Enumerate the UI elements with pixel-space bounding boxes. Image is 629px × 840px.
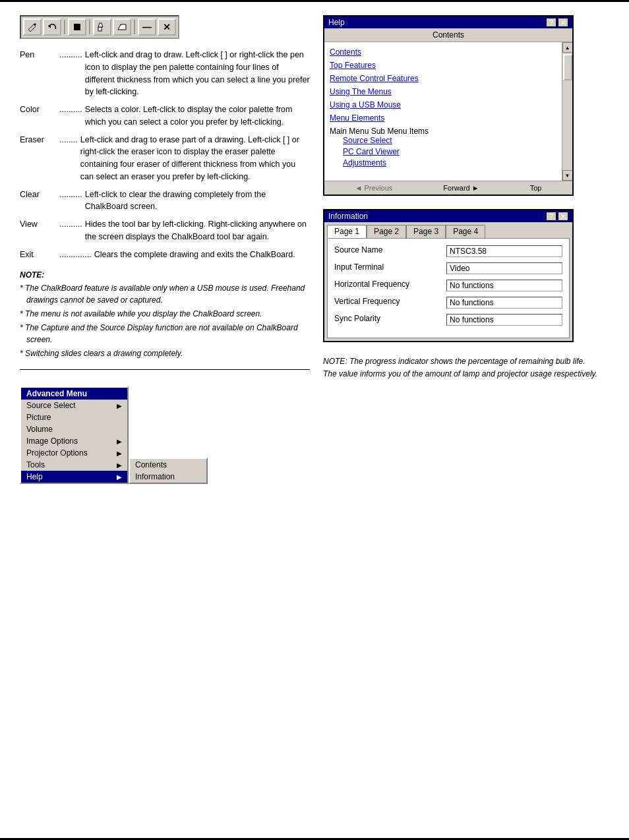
help-scroll-up[interactable]: ▲ <box>562 42 573 53</box>
submenu-contents[interactable]: Contents <box>130 459 206 471</box>
help-link-contents[interactable]: Contents <box>330 47 556 57</box>
note-item-3: The Capture and the Source Display funct… <box>20 322 310 345</box>
desc-color-def: Selects a color. Left-click to display t… <box>85 104 310 129</box>
info-row-input-terminal: Input Terminal Video <box>334 262 562 274</box>
help-submenu: Contents Information <box>129 458 208 484</box>
info-window-close-btn[interactable]: ✕ <box>558 212 568 221</box>
desc-clear-term: Clear <box>20 189 59 201</box>
svg-rect-1 <box>74 24 80 30</box>
desc-exit-term: Exit <box>20 249 59 261</box>
desc-pen-def: Left-click and drag to draw. Left-click … <box>85 49 310 98</box>
menu-item-source-select-arrow: ▶ <box>117 402 122 409</box>
desc-view: View .......... Hides the tool bar by le… <box>20 218 310 243</box>
bottom-note: NOTE: The progress indicator shows the p… <box>323 355 609 380</box>
menu-item-help[interactable]: Help ▶ <box>21 471 127 483</box>
content-area: — ✕ Pen .......... Left-click and drag t… <box>0 2 629 497</box>
toolbar-close-btn[interactable]: ✕ <box>158 18 176 36</box>
help-window-close-btn[interactable]: ✕ <box>558 18 568 27</box>
help-sublink-adjustments[interactable]: Adjustments <box>343 158 556 167</box>
toolbar-eraser-btn[interactable] <box>113 18 131 36</box>
note-item-2: The menu is not available while you disp… <box>20 308 310 320</box>
help-prev-btn[interactable]: ◄ Previous <box>355 184 393 192</box>
help-forward-btn[interactable]: Forward ► <box>443 184 479 192</box>
toolbar-square-btn[interactable] <box>68 18 86 36</box>
help-toolbar-label: Contents <box>433 30 464 40</box>
note-section: NOTE: The ChalkBoard feature is availabl… <box>20 270 310 359</box>
desc-eraser-dots: ........ <box>59 134 78 146</box>
toolbar-minimize-btn[interactable]: — <box>138 18 156 36</box>
menu-item-projector-options[interactable]: Projector Options ▶ <box>21 447 127 459</box>
info-tabs-row: Page 1 Page 2 Page 3 Page 4 <box>324 222 572 238</box>
help-window-controls: ? ✕ <box>546 18 568 27</box>
help-window-footer: ◄ Previous Forward ► Top <box>324 181 572 195</box>
help-window-help-btn[interactable]: ? <box>546 18 556 27</box>
help-link-remote[interactable]: Remote Control Features <box>330 74 556 83</box>
note-item-1: The ChalkBoard feature is available only… <box>20 282 310 306</box>
info-window-help-btn[interactable]: ? <box>546 212 556 221</box>
menu-item-image-options[interactable]: Image Options ▶ <box>21 435 127 447</box>
info-tab-3[interactable]: Page 3 <box>406 225 446 238</box>
info-tab-1[interactable]: Page 1 <box>327 225 367 238</box>
info-tab-2[interactable]: Page 2 <box>367 225 406 238</box>
help-top-btn[interactable]: Top <box>530 184 542 192</box>
menu-item-image-options-arrow: ▶ <box>117 438 122 445</box>
info-row-vertical-freq: Vertical Frequency No functions <box>334 297 562 309</box>
desc-clear: Clear .......... Left-click to clear the… <box>20 189 310 214</box>
desc-view-def: Hides the tool bar by left-clicking. Rig… <box>85 218 310 243</box>
note-item-4: Switching slides clears a drawing comple… <box>20 347 310 359</box>
toolbar-sep1 <box>64 20 65 34</box>
help-link-menu-elements[interactable]: Menu Elements <box>330 113 556 123</box>
help-sublink-pc-card[interactable]: PC Card Viewer <box>343 147 556 156</box>
info-window-titlebar: Information ? ✕ <box>324 210 572 222</box>
desc-eraser-term: Eraser <box>20 134 59 146</box>
left-column: — ✕ Pen .......... Left-click and drag t… <box>20 15 310 484</box>
help-scrollbar[interactable]: ▲ ▼ <box>562 42 572 181</box>
help-plain-text: Main Menu Sub Menu Items <box>330 127 429 136</box>
desc-color-dots: .......... <box>59 104 82 116</box>
svg-rect-2 <box>98 27 102 31</box>
menu-item-source-select[interactable]: Source Select ▶ <box>21 400 127 411</box>
toolbar-sep3 <box>134 20 135 34</box>
page-container: — ✕ Pen .......... Left-click and drag t… <box>0 0 629 840</box>
help-sublink-source-select[interactable]: Source Select <box>343 136 556 145</box>
help-link-top-features[interactable]: Top Features <box>330 61 556 70</box>
info-window-title: Information <box>328 212 368 221</box>
desc-view-term: View <box>20 218 59 231</box>
info-value-vertical-freq: No functions <box>446 297 562 309</box>
info-label-sync-polarity: Sync Polarity <box>334 314 446 323</box>
svg-marker-3 <box>98 23 103 27</box>
desc-eraser-def: Left-click and drag to erase part of a d… <box>80 134 310 183</box>
menu-item-picture[interactable]: Picture <box>21 411 127 423</box>
info-tab-4[interactable]: Page 4 <box>446 225 485 238</box>
help-scroll-down[interactable]: ▼ <box>562 170 573 181</box>
help-window-titlebar: Help ? ✕ <box>324 16 572 28</box>
svg-marker-4 <box>118 24 126 30</box>
desc-eraser: Eraser ........ Left-click and drag to e… <box>20 134 310 183</box>
submenu-information[interactable]: Information <box>130 471 206 483</box>
help-link-usb-mouse[interactable]: Using a USB Mouse <box>330 100 556 109</box>
menu-item-image-options-label: Image Options <box>26 436 78 446</box>
menu-item-volume[interactable]: Volume <box>21 423 127 435</box>
desc-clear-dots: .......... <box>59 189 82 201</box>
desc-exit: Exit .............. Clears the complete … <box>20 249 310 261</box>
help-window-content[interactable]: Contents Top Features Remote Control Fea… <box>324 42 572 181</box>
toolbar-pen-btn[interactable] <box>23 18 42 36</box>
help-scroll-thumb[interactable] <box>563 54 572 80</box>
menu-item-tools[interactable]: Tools ▶ <box>21 459 127 471</box>
help-content-inner: Contents Top Features Remote Control Fea… <box>330 47 567 167</box>
help-window-toolbar: Contents <box>324 28 572 42</box>
right-column: Help ? ✕ Contents Contents Top Features … <box>323 15 609 484</box>
toolbar-undo-btn[interactable] <box>43 18 61 36</box>
menu-item-help-arrow: ▶ <box>117 473 122 481</box>
toolbar-color-btn[interactable] <box>93 18 111 36</box>
help-link-using-menus[interactable]: Using The Menus <box>330 87 556 96</box>
info-label-source-name: Source Name <box>334 245 446 255</box>
menu-item-picture-label: Picture <box>26 413 51 422</box>
info-window: Information ? ✕ Page 1 Page 2 Page 3 Pag… <box>323 209 574 342</box>
bottom-note-line1: NOTE: The progress indicator shows the p… <box>323 355 609 368</box>
advanced-menu-container: Advanced Menu Source Select ▶ Picture Vo… <box>20 386 129 484</box>
menu-item-volume-label: Volume <box>26 425 53 434</box>
chalkboard-toolbar: — ✕ <box>20 15 179 39</box>
info-content: Source Name NTSC3.58 Input Terminal Vide… <box>327 238 570 338</box>
section-divider <box>20 369 310 370</box>
